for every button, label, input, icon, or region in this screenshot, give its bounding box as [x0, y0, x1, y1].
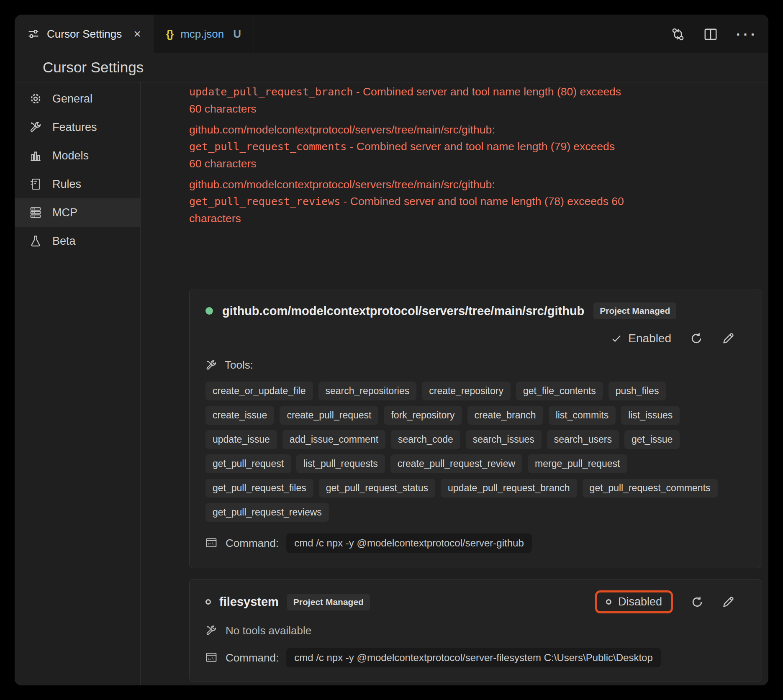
disabled-circle-icon: [606, 599, 611, 605]
server-card-header: filesystem Project Managed Disabled: [205, 579, 735, 613]
tool-chip: get_file_contents: [516, 382, 603, 400]
error-tool-name: get_pull_request_comments: [189, 141, 347, 153]
tab-label: mcp.json: [180, 28, 224, 41]
check-icon: [611, 333, 622, 344]
mcp-error: github.com/modelcontextprotocol/servers/…: [189, 176, 626, 227]
sidebar-item-models[interactable]: Models: [15, 141, 140, 170]
project-managed-badge: Project Managed: [287, 594, 370, 610]
mcp-settings-content: update_pull_request_branch - Combined se…: [141, 82, 768, 685]
project-managed-badge: Project Managed: [593, 303, 676, 319]
mcp-server-card-github: github.com/modelcontextprotocol/servers/…: [189, 289, 762, 568]
tools-icon: [29, 121, 42, 133]
settings-sliders-icon: [28, 28, 39, 40]
sidebar-item-label: MCP: [52, 206, 77, 219]
git-compare-icon[interactable]: [671, 27, 684, 41]
sidebar-item-label: Features: [52, 121, 97, 134]
tools-icon: [205, 359, 217, 371]
tool-chip: get_issue: [624, 430, 680, 449]
tool-chip: list_pull_requests: [296, 454, 385, 473]
sidebar-item-beta[interactable]: Beta: [15, 227, 140, 255]
tool-chip: get_pull_request_reviews: [205, 503, 329, 522]
tool-chip: add_issue_comment: [282, 430, 385, 449]
tool-chip: search_issues: [466, 430, 542, 449]
tool-chip: search_users: [547, 430, 619, 449]
tool-chip: search_code: [391, 430, 460, 449]
page-title: Cursor Settings: [15, 53, 768, 82]
refresh-icon[interactable]: [691, 595, 704, 609]
main-area: General Features: [15, 82, 768, 685]
gear-icon: [29, 92, 42, 105]
settings-sidebar: General Features: [15, 82, 141, 685]
error-server-prefix: github.com/modelcontextprotocol/servers/…: [189, 176, 626, 193]
mcp-error: github.com/modelcontextprotocol/servers/…: [189, 121, 626, 172]
beaker-icon: [29, 235, 42, 247]
tab-bar: Cursor Settings × { } mcp.json U ···: [15, 15, 768, 53]
server-stack-icon: [29, 206, 42, 219]
enabled-label: Enabled: [628, 332, 671, 345]
close-icon[interactable]: ×: [133, 28, 141, 40]
server-disabled-dot: [205, 599, 211, 605]
tool-chip: create_pull_request_review: [390, 454, 522, 473]
error-server-prefix: github.com/modelcontextprotocol/servers/…: [189, 121, 626, 138]
tools-chip-list: create_or_update_filesearch_repositories…: [205, 382, 720, 522]
sidebar-item-label: Beta: [52, 235, 76, 248]
svg-text:c:\: c:\: [208, 542, 214, 546]
tool-chip: get_pull_request: [205, 454, 291, 473]
tool-chip: list_issues: [621, 406, 680, 425]
json-braces-icon: { }: [166, 28, 173, 41]
tab-cursor-settings[interactable]: Cursor Settings ×: [15, 15, 154, 53]
edit-pencil-icon[interactable]: [721, 332, 735, 345]
sidebar-item-mcp[interactable]: MCP: [15, 198, 140, 227]
tool-chip: get_pull_request_comments: [583, 479, 718, 497]
command-label: Command:: [226, 651, 279, 664]
sidebar-item-label: Models: [52, 149, 89, 162]
server-status-row: Disabled: [595, 590, 735, 613]
tool-chip: create_pull_request: [280, 406, 378, 425]
sidebar-item-label: Rules: [52, 178, 81, 191]
mcp-error: update_pull_request_branch - Combined se…: [189, 83, 626, 117]
refresh-icon[interactable]: [690, 332, 703, 345]
bar-chart-icon: [29, 149, 42, 162]
git-untracked-badge: U: [233, 28, 241, 41]
split-editor-icon[interactable]: [703, 27, 717, 41]
editor-window: Cursor Settings × { } mcp.json U ···: [15, 15, 768, 685]
more-actions-icon[interactable]: ···: [736, 27, 750, 41]
tool-chip: fork_repository: [384, 406, 462, 425]
sidebar-item-general[interactable]: General: [15, 85, 140, 113]
tool-chip: create_repository: [422, 382, 511, 400]
error-tool-name: update_pull_request_branch: [189, 86, 353, 98]
tools-icon: [205, 625, 218, 637]
tabbar-actions: ···: [671, 15, 768, 53]
tab-label: Cursor Settings: [47, 28, 122, 41]
notebook-icon: [29, 178, 42, 190]
command-value: cmd /c npx -y @modelcontextprotocol/serv…: [286, 533, 532, 553]
server-card-header: github.com/modelcontextprotocol/servers/…: [205, 289, 735, 319]
enabled-toggle[interactable]: Enabled: [611, 332, 671, 345]
sidebar-item-features[interactable]: Features: [15, 113, 140, 141]
tool-chip: get_pull_request_status: [319, 479, 435, 497]
svg-text:c:\: c:\: [208, 657, 214, 661]
tool-chip: update_pull_request_branch: [441, 479, 577, 497]
terminal-icon: c:\: [205, 651, 218, 664]
disabled-label: Disabled: [618, 595, 662, 608]
disabled-toggle[interactable]: Disabled: [595, 590, 673, 613]
mcp-error-list: update_pull_request_branch - Combined se…: [189, 82, 626, 227]
tool-chip: search_repositories: [318, 382, 417, 400]
tool-chip: update_issue: [205, 430, 277, 449]
mcp-server-card-filesystem: filesystem Project Managed Disabled: [189, 579, 762, 682]
tools-label-row: Tools:: [205, 359, 735, 372]
tool-chip: list_commits: [549, 406, 616, 425]
tab-mcp-json[interactable]: { } mcp.json U: [154, 15, 254, 53]
server-name: github.com/modelcontextprotocol/servers/…: [222, 304, 584, 318]
sidebar-item-rules[interactable]: Rules: [15, 170, 140, 198]
server-status-row: Enabled: [205, 319, 735, 345]
terminal-icon: c:\: [205, 537, 218, 549]
sidebar-item-label: General: [52, 92, 92, 105]
command-row: c:\ Command: cmd /c npx -y @modelcontext…: [205, 533, 735, 553]
tool-chip: push_files: [608, 382, 666, 400]
command-row: c:\ Command: cmd /c npx -y @modelcontext…: [205, 648, 735, 667]
tools-label: Tools:: [225, 359, 253, 372]
command-value: cmd /c npx -y @modelcontextprotocol/serv…: [286, 648, 661, 667]
edit-pencil-icon[interactable]: [721, 595, 735, 609]
tool-chip: create_or_update_file: [205, 382, 313, 400]
